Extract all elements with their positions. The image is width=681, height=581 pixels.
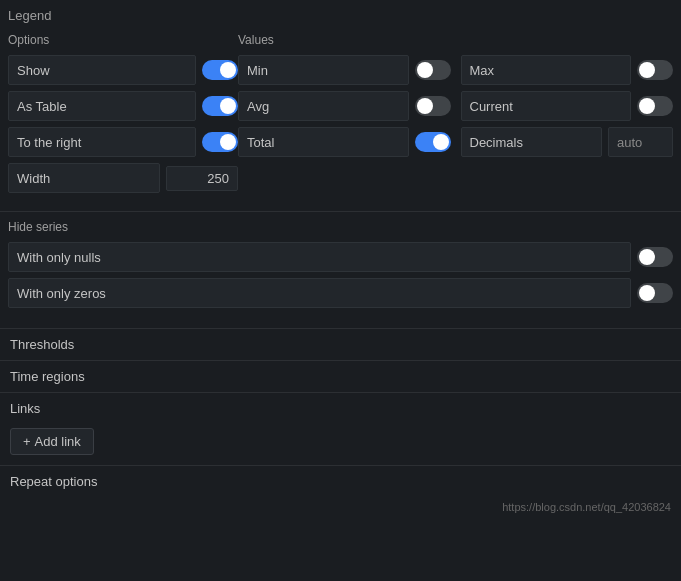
- decimals-label: Decimals: [461, 127, 603, 157]
- total-toggle[interactable]: [415, 132, 451, 152]
- with-only-nulls-toggle[interactable]: [637, 247, 673, 267]
- with-only-zeros-row: With only zeros: [8, 278, 673, 308]
- min-toggle-wrapper: [415, 60, 451, 80]
- width-label: Width: [8, 163, 160, 193]
- max-toggle[interactable]: [637, 60, 673, 80]
- add-link-plus-icon: +: [23, 434, 31, 449]
- hide-series-section: Hide series With only nulls With only ze…: [0, 212, 681, 328]
- add-link-section: + Add link: [0, 424, 681, 465]
- decimals-row: Decimals: [461, 127, 674, 157]
- time-regions-label: Time regions: [10, 369, 85, 384]
- links-row[interactable]: Links: [0, 392, 681, 424]
- avg-toggle-knob: [417, 98, 433, 114]
- values-grid: Min Max: [238, 55, 673, 157]
- legend-section: Legend Options Show As Table: [0, 0, 681, 211]
- avg-toggle[interactable]: [415, 96, 451, 116]
- add-link-button[interactable]: + Add link: [10, 428, 94, 455]
- as-table-toggle[interactable]: [202, 96, 238, 116]
- show-toggle-knob: [220, 62, 236, 78]
- as-table-toggle-wrapper: [202, 96, 238, 116]
- hide-series-title: Hide series: [8, 220, 673, 234]
- to-the-right-row: To the right: [8, 127, 238, 157]
- current-toggle-knob: [639, 98, 655, 114]
- show-toggle-wrapper: [202, 60, 238, 80]
- width-row: Width: [8, 163, 238, 193]
- max-label: Max: [461, 55, 632, 85]
- with-only-nulls-row: With only nulls: [8, 242, 673, 272]
- add-link-label: Add link: [35, 434, 81, 449]
- thresholds-label: Thresholds: [10, 337, 74, 352]
- to-the-right-toggle-wrapper: [202, 132, 238, 152]
- width-input-wrapper: [166, 166, 238, 191]
- options-header: Options: [8, 33, 238, 47]
- with-only-zeros-label: With only zeros: [8, 278, 631, 308]
- to-the-right-label: To the right: [8, 127, 196, 157]
- total-label: Total: [238, 127, 409, 157]
- total-toggle-wrapper: [415, 132, 451, 152]
- with-only-nulls-toggle-wrapper: [637, 247, 673, 267]
- footer-url: https://blog.csdn.net/qq_42036824: [0, 497, 681, 517]
- current-label: Current: [461, 91, 632, 121]
- with-only-zeros-toggle-wrapper: [637, 283, 673, 303]
- total-toggle-knob: [433, 134, 449, 150]
- with-only-zeros-toggle-knob: [639, 285, 655, 301]
- avg-label: Avg: [238, 91, 409, 121]
- avg-toggle-wrapper: [415, 96, 451, 116]
- min-toggle[interactable]: [415, 60, 451, 80]
- with-only-nulls-label: With only nulls: [8, 242, 631, 272]
- min-row: Min: [238, 55, 451, 85]
- as-table-toggle-knob: [220, 98, 236, 114]
- max-toggle-wrapper: [637, 60, 673, 80]
- with-only-nulls-toggle-knob: [639, 249, 655, 265]
- options-column: Options Show As Table To t: [8, 33, 238, 199]
- time-regions-row[interactable]: Time regions: [0, 360, 681, 392]
- width-input[interactable]: [166, 166, 238, 191]
- links-label: Links: [10, 401, 40, 416]
- max-row: Max: [461, 55, 674, 85]
- min-label: Min: [238, 55, 409, 85]
- repeat-options-label: Repeat options: [10, 474, 97, 489]
- values-column: Values Min Max: [238, 33, 673, 199]
- min-toggle-knob: [417, 62, 433, 78]
- current-toggle-wrapper: [637, 96, 673, 116]
- to-the-right-toggle[interactable]: [202, 132, 238, 152]
- to-the-right-toggle-knob: [220, 134, 236, 150]
- values-header: Values: [238, 33, 673, 47]
- as-table-row: As Table: [8, 91, 238, 121]
- total-row: Total: [238, 127, 451, 157]
- show-label: Show: [8, 55, 196, 85]
- thresholds-row[interactable]: Thresholds: [0, 328, 681, 360]
- with-only-zeros-toggle[interactable]: [637, 283, 673, 303]
- avg-row: Avg: [238, 91, 451, 121]
- show-toggle[interactable]: [202, 60, 238, 80]
- decimals-input[interactable]: [608, 127, 673, 157]
- legend-title: Legend: [0, 0, 681, 25]
- as-table-label: As Table: [8, 91, 196, 121]
- current-row: Current: [461, 91, 674, 121]
- show-row: Show: [8, 55, 238, 85]
- current-toggle[interactable]: [637, 96, 673, 116]
- repeat-options-row[interactable]: Repeat options: [0, 465, 681, 497]
- max-toggle-knob: [639, 62, 655, 78]
